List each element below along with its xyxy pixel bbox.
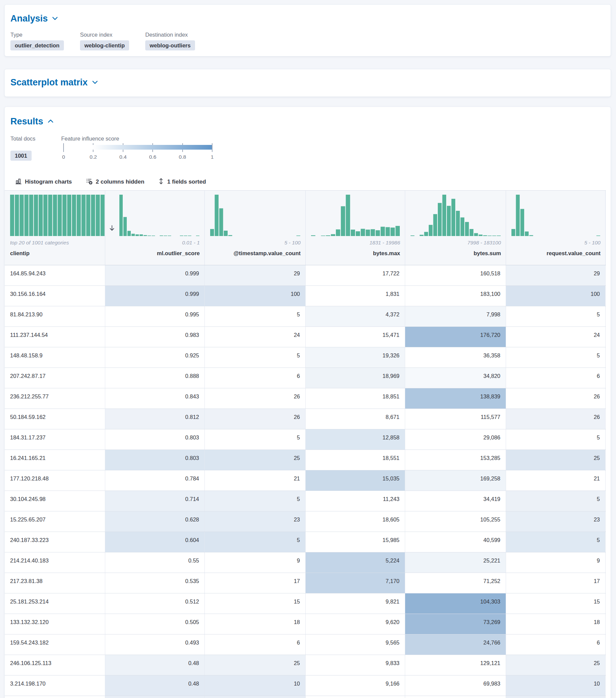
cell-bytes-max[interactable]: 9,620 (306, 614, 405, 634)
cell-clientip[interactable]: 207.242.87.17 (5, 368, 105, 388)
cell-ml-outlier-score[interactable]: 0.999 (105, 265, 205, 285)
cell-request-value-count[interactable]: 6 (506, 634, 605, 655)
cell-ml-outlier-score[interactable]: 0.604 (105, 532, 205, 552)
cell-bytes-sum[interactable]: 34,820 (405, 368, 506, 388)
cell-request-value-count[interactable]: 5 (506, 347, 605, 367)
cell-ml-outlier-score[interactable]: 0.512 (105, 594, 205, 614)
cell-clientip[interactable]: 240.187.33.223 (5, 532, 105, 552)
cell-clientip[interactable]: 50.184.59.162 (5, 409, 105, 429)
cell-ml-outlier-score[interactable]: 0.995 (105, 306, 205, 326)
cell-bytes-max[interactable]: 5,224 (306, 553, 405, 573)
cell-bytes-sum[interactable]: 25,221 (405, 553, 506, 573)
cell-bytes-max[interactable]: 7,170 (306, 573, 405, 593)
cell-clientip[interactable]: 25.181.253.214 (5, 594, 105, 614)
cell-clientip[interactable]: 148.48.158.9 (5, 347, 105, 367)
cell-timestamp-value-count[interactable]: 26 (205, 388, 306, 408)
cell-bytes-max[interactable]: 9,833 (306, 655, 405, 675)
cell-bytes-max[interactable]: 15,471 (306, 327, 405, 347)
cell-bytes-sum[interactable]: 34,419 (405, 491, 506, 511)
cell-timestamp-value-count[interactable]: 5 (205, 306, 306, 326)
cell-request-value-count[interactable]: 26 (506, 388, 605, 408)
cell-ml-outlier-score[interactable]: 0.843 (105, 388, 205, 408)
cell-bytes-max[interactable]: 8,671 (306, 409, 405, 429)
column-header-clientip[interactable]: top 20 of 1001 categoriesclientip (5, 191, 105, 265)
cell-bytes-max[interactable]: 4,372 (306, 306, 405, 326)
cell-request-value-count[interactable]: 5 (506, 429, 605, 449)
cell-ml-outlier-score[interactable]: 0.505 (105, 614, 205, 634)
cell-request-value-count[interactable]: 29 (506, 265, 605, 285)
cell-clientip[interactable]: 217.23.81.38 (5, 573, 105, 593)
cell-timestamp-value-count[interactable]: 15 (205, 594, 306, 614)
cell-bytes-sum[interactable]: 105,255 (405, 512, 506, 532)
cell-bytes-max[interactable]: 9,821 (306, 594, 405, 614)
cell-bytes-sum[interactable] (405, 696, 506, 698)
column-header-bytes-sum[interactable]: 7998 - 183100bytes.sum (405, 191, 506, 265)
cell-ml-outlier-score[interactable]: 0.784 (105, 470, 205, 491)
cell-bytes-sum[interactable]: 160,518 (405, 265, 506, 285)
cell-bytes-sum[interactable]: 29,086 (405, 429, 506, 449)
cell-bytes-sum[interactable]: 176,720 (405, 327, 506, 347)
cell-ml-outlier-score[interactable]: 0.628 (105, 512, 205, 532)
cell-bytes-sum[interactable]: 104,303 (405, 594, 506, 614)
cell-clientip[interactable]: 15.225.65.207 (5, 512, 105, 532)
cell-timestamp-value-count[interactable]: 21 (205, 470, 306, 491)
columns-hidden-button[interactable]: 2 columns hidden (86, 178, 144, 186)
cell-clientip[interactable]: 164.85.94.243 (5, 265, 105, 285)
cell-clientip[interactable]: 16.241.165.21 (5, 450, 105, 470)
cell-timestamp-value-count[interactable]: 23 (205, 512, 306, 532)
cell-timestamp-value-count[interactable]: 18 (205, 614, 306, 634)
cell-clientip[interactable]: 81.84.213.90 (5, 306, 105, 326)
cell-request-value-count[interactable]: 5 (506, 532, 605, 552)
cell-bytes-sum[interactable]: 183,100 (405, 286, 506, 306)
column-header-ml-outlier-score[interactable]: 0.01 - 1ml.outlier_score (105, 191, 205, 265)
cell-timestamp-value-count[interactable]: 17 (205, 573, 306, 593)
cell-timestamp-value-count[interactable] (205, 696, 306, 698)
cell-bytes-sum[interactable]: 40,599 (405, 532, 506, 552)
cell-timestamp-value-count[interactable]: 6 (205, 368, 306, 388)
cell-bytes-max[interactable]: 9,166 (306, 675, 405, 696)
cell-request-value-count[interactable]: 6 (506, 368, 605, 388)
cell-ml-outlier-score[interactable]: 0.48 (105, 655, 205, 675)
column-header-bytes-max[interactable]: 1831 - 19986bytes.max (306, 191, 405, 265)
column-header-timestamp-value-count[interactable]: 5 - 100@timestamp.value_count (205, 191, 306, 265)
cell-ml-outlier-score[interactable]: 0.999 (105, 286, 205, 306)
cell-request-value-count[interactable]: 5 (506, 306, 605, 326)
cell-request-value-count[interactable]: 24 (506, 327, 605, 347)
cell-bytes-sum[interactable]: 7,998 (405, 306, 506, 326)
cell-timestamp-value-count[interactable]: 25 (205, 655, 306, 675)
cell-request-value-count[interactable]: 100 (506, 286, 605, 306)
cell-bytes-sum[interactable]: 129,121 (405, 655, 506, 675)
cell-request-value-count[interactable]: 10 (506, 675, 605, 696)
cell-request-value-count[interactable] (506, 696, 605, 698)
cell-ml-outlier-score[interactable]: 0.983 (105, 327, 205, 347)
cell-clientip[interactable]: 30.156.16.164 (5, 286, 105, 306)
cell-ml-outlier-score[interactable] (105, 696, 205, 698)
cell-bytes-sum[interactable]: 73,269 (405, 614, 506, 634)
cell-clientip[interactable]: 159.54.243.182 (5, 634, 105, 655)
cell-bytes-sum[interactable]: 24,766 (405, 634, 506, 655)
cell-timestamp-value-count[interactable]: 24 (205, 327, 306, 347)
cell-clientip[interactable]: 133.132.32.120 (5, 614, 105, 634)
fields-sorted-button[interactable]: 1 fields sorted (158, 178, 206, 186)
cell-ml-outlier-score[interactable]: 0.925 (105, 347, 205, 367)
cell-clientip[interactable] (5, 696, 105, 698)
cell-request-value-count[interactable]: 25 (506, 450, 605, 470)
cell-ml-outlier-score[interactable]: 0.535 (105, 573, 205, 593)
cell-request-value-count[interactable]: 21 (506, 470, 605, 491)
cell-clientip[interactable]: 246.106.125.113 (5, 655, 105, 675)
cell-clientip[interactable]: 3.214.198.170 (5, 675, 105, 696)
cell-bytes-max[interactable]: 15,985 (306, 532, 405, 552)
cell-request-value-count[interactable]: 9 (506, 553, 605, 573)
cell-ml-outlier-score[interactable]: 0.803 (105, 429, 205, 449)
cell-ml-outlier-score[interactable]: 0.493 (105, 634, 205, 655)
cell-bytes-sum[interactable]: 36,358 (405, 347, 506, 367)
cell-timestamp-value-count[interactable]: 6 (205, 634, 306, 655)
cell-bytes-max[interactable]: 17,722 (306, 265, 405, 285)
cell-timestamp-value-count[interactable]: 9 (205, 553, 306, 573)
cell-bytes-sum[interactable]: 169,258 (405, 470, 506, 491)
cell-bytes-sum[interactable]: 69,983 (405, 675, 506, 696)
cell-bytes-max[interactable]: 18,605 (306, 512, 405, 532)
cell-timestamp-value-count[interactable]: 29 (205, 265, 306, 285)
column-header-request-value-count[interactable]: 5 - 100request.value_count (506, 191, 605, 265)
cell-timestamp-value-count[interactable]: 5 (205, 532, 306, 552)
